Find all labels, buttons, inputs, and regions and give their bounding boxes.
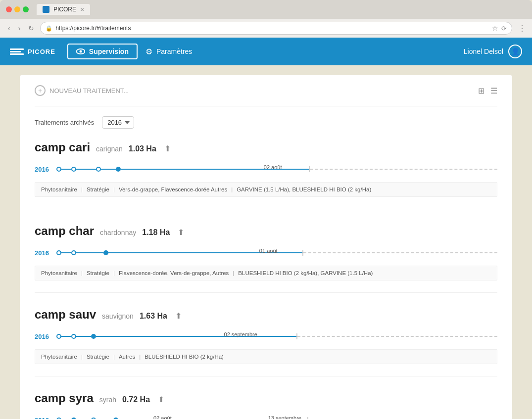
treatment-item: camp cari carignan 1.03 Ha ⬆ 2016 02 aoû… [35, 140, 497, 209]
archives-label: Traitements archivés [35, 119, 94, 126]
timeline-date-label: 02 septembre [224, 331, 257, 337]
timeline-dot [71, 250, 76, 255]
supervision-nav-button[interactable]: Supervision [67, 44, 138, 59]
timeline-year: 2016 [35, 333, 50, 340]
timeline-dot [71, 334, 76, 339]
gear-icon: ⚙ [145, 47, 152, 56]
treatment-name: camp char [35, 224, 94, 238]
parametres-label: Paramètres [156, 47, 192, 55]
info-products: BLUESHIELD HI BIO (2 kg/Ha) [145, 354, 224, 360]
treatment-ha: 1.18 Ha [142, 228, 170, 237]
timeline-dot [56, 250, 61, 255]
tab-title: PICORE [53, 6, 76, 13]
content-card: + NOUVEAU TRAITEMENT... ⊞ ☰ Traitements … [20, 75, 512, 419]
treatment-variety: chardonnay [100, 229, 136, 236]
eye-icon [76, 48, 85, 54]
new-treatment-button[interactable]: + NOUVEAU TRAITEMENT... [35, 85, 129, 96]
nav-refresh-button[interactable]: ↻ [26, 23, 36, 33]
address-bar[interactable]: 🔒 https://picore.fr/#/traitements ☆ ⟳ [40, 22, 512, 35]
timeline-dot [71, 167, 76, 172]
supervision-label: Supervision [89, 47, 129, 55]
treatment-name: camp sauv [35, 308, 96, 322]
content-toolbar: + NOUVEAU TRAITEMENT... ⊞ ☰ [35, 85, 497, 106]
tab-close-button[interactable]: ✕ [80, 7, 84, 12]
user-name: Lionel Delsol [464, 47, 503, 55]
browser-toolbar: ‹ › ↻ 🔒 https://picore.fr/#/traitements … [0, 19, 532, 38]
info-type: Phytosanitaire [41, 186, 77, 192]
timeline-date-label2: 13 septembre [268, 415, 301, 419]
info-type: Phytosanitaire [41, 270, 77, 276]
timeline-track: 02 août [56, 160, 497, 178]
toolbar-icons: ⊞ ☰ [478, 86, 497, 95]
timeline-divider [307, 417, 308, 419]
export-icon[interactable]: ⬆ [164, 144, 171, 153]
menu-icon[interactable]: ☰ [490, 86, 497, 95]
info-strategy: Stratégie [87, 354, 109, 360]
treatment-variety: carignan [96, 145, 123, 153]
timeline-dot-active [91, 334, 96, 339]
timeline-date-label: 02 août [264, 164, 282, 170]
timeline-dot [56, 167, 61, 172]
export-icon[interactable]: ⬆ [158, 395, 164, 404]
lock-icon: 🔒 [46, 25, 52, 32]
timeline-segment [96, 336, 296, 337]
treatment-ha: 1.03 Ha [129, 144, 156, 153]
timeline-dot [96, 167, 101, 172]
nav-forward-button[interactable]: › [16, 23, 23, 33]
timeline-dot-active [116, 167, 121, 172]
timeline-row: 2016 02 septembre [35, 327, 497, 345]
timeline-track: 02 août 13 septembre [56, 411, 497, 419]
close-dot[interactable] [6, 6, 12, 12]
info-row: Phytosanitaire | Stratégie | Flavescence… [35, 266, 497, 280]
export-icon[interactable]: ⬆ [175, 311, 182, 321]
user-avatar-icon[interactable]: 👤 [508, 45, 522, 58]
treatment-variety: sauvignon [102, 312, 134, 320]
treatments-list: camp cari carignan 1.03 Ha ⬆ 2016 02 aoû… [35, 140, 497, 419]
treatment-ha: 1.63 Ha [140, 312, 167, 321]
treatment-item: camp syra syrah 0.72 Ha ⬆ 2016 02 août 1… [35, 391, 497, 419]
nav-back-button[interactable]: ‹ [6, 23, 12, 33]
timeline-dashed [310, 169, 498, 170]
browser-tab[interactable]: PICORE ✕ [37, 4, 90, 15]
browser-titlebar: PICORE ✕ [0, 0, 532, 19]
info-strategy: Stratégie [87, 186, 109, 192]
maximize-dot[interactable] [23, 6, 29, 12]
timeline-segment [76, 169, 96, 170]
year-select[interactable]: 2016 2015 2014 [102, 116, 134, 129]
timeline-segment [76, 252, 103, 253]
timeline-date-label: 01 août [259, 248, 278, 254]
timeline-row: 2016 02 août [35, 160, 497, 178]
info-products: GARVINE (1.5 L/Ha), BLUESHIELD HI BIO (2… [237, 186, 371, 192]
logo-text: PICORE [28, 48, 55, 55]
info-targets: Vers-de-grappe, Flavescence-dorée Autres [119, 186, 227, 192]
treatment-name: camp syra [35, 391, 94, 405]
info-products: BLUESHIELD HI BIO (2 kg/Ha), GARVINE (1.… [238, 270, 373, 276]
browser-menu-icon[interactable]: ⋮ [518, 24, 526, 33]
info-targets: Autres [119, 354, 135, 360]
minimize-dot[interactable] [14, 6, 20, 12]
timeline-segment [61, 252, 71, 253]
treatment-name: camp cari [35, 140, 90, 154]
timeline-dot [56, 334, 61, 339]
timeline-track: 02 septembre [56, 327, 497, 345]
bookmark-icon[interactable]: ☆ [492, 24, 498, 32]
info-type: Phytosanitaire [41, 354, 77, 360]
treatment-item: camp char chardonnay 1.18 Ha ⬆ 2016 01 a… [35, 224, 497, 293]
timeline-segment [76, 336, 91, 337]
info-targets: Flavescence-dorée, Vers-de-grappe, Autre… [119, 270, 229, 276]
info-strategy: Stratégie [87, 270, 109, 276]
reload-icon[interactable]: ⟳ [501, 25, 507, 32]
address-text: https://picore.fr/#/traitements [55, 25, 489, 32]
filter-icon[interactable]: ⊞ [478, 86, 484, 95]
treatment-header: camp char chardonnay 1.18 Ha ⬆ [35, 224, 497, 238]
info-row: Phytosanitaire | Stratégie | Vers-de-gra… [35, 182, 497, 197]
user-area: Lionel Delsol 👤 [464, 45, 522, 58]
timeline-year: 2016 [35, 417, 50, 419]
timeline-dashed [303, 252, 497, 253]
timeline-year: 2016 [35, 166, 50, 173]
export-icon[interactable]: ⬆ [178, 228, 184, 237]
parametres-nav-button[interactable]: ⚙ Paramètres [138, 44, 200, 59]
timeline-year: 2016 [35, 249, 50, 257]
plus-circle-icon: + [35, 85, 46, 96]
logo-area: PICORE [10, 48, 55, 55]
